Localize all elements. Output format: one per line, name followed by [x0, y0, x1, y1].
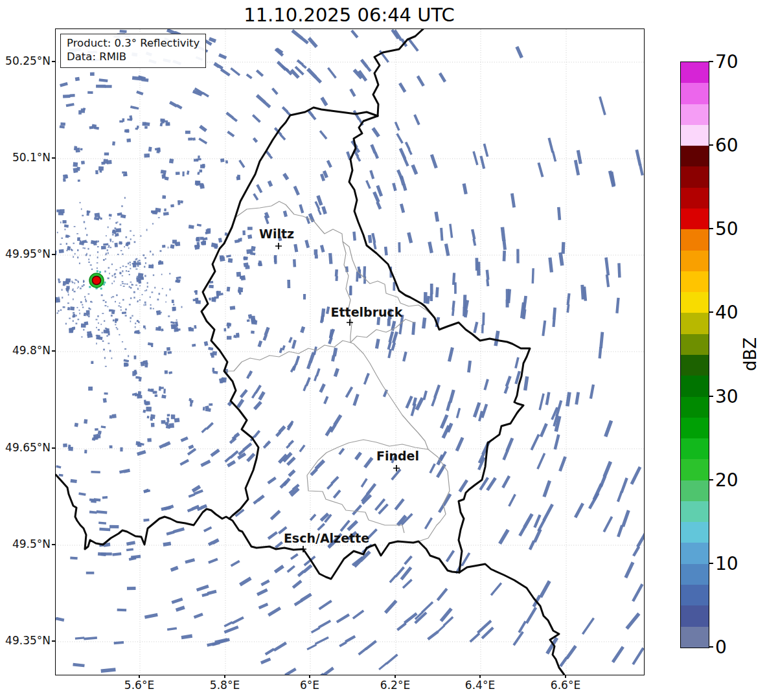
lon-tick-mark	[395, 675, 396, 678]
city-name: Esch/Alzette	[284, 531, 369, 545]
lat-tick-label: 49.8°N	[0, 344, 51, 357]
colorbar-segment	[681, 209, 709, 229]
colorbar-tick-mark	[709, 479, 713, 480]
colorbar-segment	[681, 397, 709, 418]
lon-tick-label: 6°E	[280, 679, 339, 692]
lat-tick-label: 49.65°N	[0, 441, 51, 454]
radar-site-marker	[89, 270, 106, 289]
figure-title: 11.10.2025 06:44 UTC	[55, 4, 643, 26]
colorbar-segment	[681, 188, 709, 209]
colorbar-segment	[681, 355, 709, 376]
lon-tick-mark	[139, 675, 140, 678]
lon-tick-label: 6.4°E	[451, 679, 509, 692]
lon-tick-label: 6.2°E	[366, 679, 424, 692]
colorbar-segment	[681, 459, 709, 480]
colorbar-segment	[681, 585, 709, 605]
colorbar-tick-mark	[709, 61, 713, 62]
colorbar-segment	[681, 313, 709, 333]
lat-tick-mark	[52, 350, 55, 352]
lat-tick-mark	[52, 61, 55, 62]
lat-tick-mark	[52, 544, 55, 545]
city-name: Wiltz	[259, 227, 294, 241]
colorbar-tick-mark	[709, 646, 713, 648]
city-marker	[275, 243, 282, 249]
colorbar-segment	[681, 605, 709, 626]
colorbar-segment	[681, 543, 709, 563]
colorbar-tick-mark	[709, 144, 713, 146]
lat-tick-label: 50.1°N	[0, 151, 51, 164]
colorbar-segment	[681, 627, 709, 648]
colorbar-segment	[681, 104, 709, 125]
colorbar-segment	[681, 271, 709, 292]
colorbar-segment	[681, 292, 709, 313]
grid-lines	[56, 29, 644, 675]
colorbar	[680, 62, 709, 648]
colorbar-tick-mark	[709, 563, 713, 564]
lat-tick-mark	[52, 640, 55, 642]
colorbar-tick-label: 20	[715, 469, 738, 491]
colorbar-segment	[681, 251, 709, 271]
colorbar-segment	[681, 62, 709, 83]
city-name: Ettelbruck	[331, 305, 403, 319]
colorbar-tick-mark	[709, 311, 713, 313]
colorbar-tick-mark	[709, 228, 713, 229]
lon-tick-label: 5.6°E	[110, 679, 168, 692]
lat-tick-mark	[52, 157, 55, 159]
colorbar-tick-label: 10	[715, 553, 738, 574]
lon-tick-mark	[224, 675, 225, 678]
lat-tick-mark	[52, 447, 55, 449]
lon-tick-label: 6.6°E	[536, 679, 595, 692]
radar-figure: 11.10.2025 06:44 UTC WiltzEttelbruckFind…	[0, 0, 767, 700]
colorbar-tick-label: 30	[715, 386, 738, 407]
colorbar-segment	[681, 522, 709, 543]
colorbar-segment	[681, 418, 709, 438]
product-info-box: Product: 0.3° Reflectivity Data: RMIB	[60, 34, 206, 68]
colorbar-segment	[681, 229, 709, 250]
colorbar-segment	[681, 125, 709, 146]
lat-tick-label: 50.25°N	[0, 54, 51, 67]
colorbar-tick-label: 60	[715, 135, 738, 156]
colorbar-tick-label: 70	[715, 51, 738, 73]
lon-tick-mark	[309, 675, 310, 678]
colorbar-segment	[681, 564, 709, 585]
colorbar-segment	[681, 376, 709, 396]
lon-tick-label: 5.8°E	[196, 679, 254, 692]
product-label: Product: 0.3° Reflectivity	[67, 36, 200, 50]
colorbar-tick-label: 50	[715, 218, 738, 240]
lat-tick-label: 49.35°N	[0, 634, 51, 647]
colorbar-segment	[681, 334, 709, 355]
colorbar-segment	[681, 438, 709, 459]
city-marker	[347, 319, 353, 326]
lon-tick-mark	[479, 675, 481, 678]
lon-tick-mark	[565, 675, 566, 678]
colorbar-segment	[681, 480, 709, 501]
lat-tick-label: 49.5°N	[0, 537, 51, 550]
map-plot: WiltzEttelbruckFindelEsch/Alzette Produc…	[55, 28, 645, 675]
data-source-label: Data: RMIB	[67, 50, 200, 63]
colorbar-tick-label: 0	[715, 637, 727, 658]
colorbar-tick-mark	[709, 396, 713, 397]
colorbar-segment	[681, 83, 709, 104]
colorbar-segment	[681, 146, 709, 166]
lat-tick-mark	[52, 254, 55, 255]
lat-tick-label: 49.95°N	[0, 247, 51, 260]
city-name: Findel	[376, 449, 419, 463]
colorbar-segment	[681, 166, 709, 187]
colorbar-tick-label: 40	[715, 302, 738, 323]
map-canvas: WiltzEttelbruckFindelEsch/Alzette	[56, 29, 644, 675]
colorbar-axis-label: dBZ	[740, 337, 760, 371]
colorbar-segment	[681, 501, 709, 522]
